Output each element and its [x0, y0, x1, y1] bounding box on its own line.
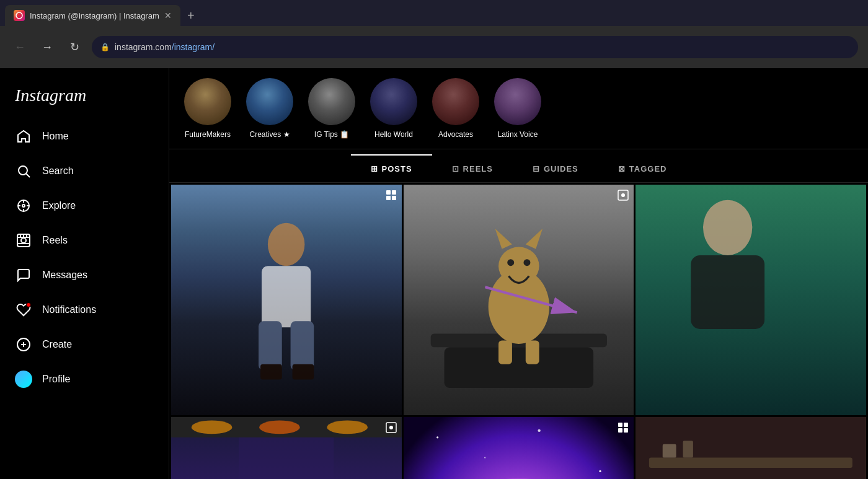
main-content: FutureMakers Creatives ★ IG Tips 📋 Hello… [169, 68, 868, 479]
app-logo: Instagram [7, 78, 161, 120]
story-creatives[interactable]: Creatives ★ [246, 78, 293, 139]
url-path: /instagram/ [172, 42, 215, 52]
tab-guides[interactable]: ⊟ GUIDES [513, 154, 598, 182]
tab-close-button[interactable]: ✕ [164, 11, 172, 20]
svg-point-49 [327, 420, 368, 434]
svg-rect-66 [618, 428, 622, 433]
reels-label: Reels [42, 235, 68, 246]
svg-point-36 [523, 259, 530, 266]
active-tab[interactable]: Instagram (@instagram) | Instagram ✕ [5, 5, 180, 26]
content-tabs: ⊞ POSTS ⊡ REELS ⊟ GUIDES ⊠ TAGGED [169, 154, 868, 183]
story-label-advocates: Advocates [438, 130, 473, 139]
svg-point-48 [259, 420, 300, 434]
post-3[interactable] [636, 185, 866, 415]
sidebar-item-search[interactable]: Search [7, 155, 161, 187]
story-igtips[interactable]: IG Tips 📋 [308, 78, 355, 139]
story-latinx[interactable]: Latinx Voice [494, 78, 541, 139]
svg-point-55 [436, 436, 438, 438]
story-circle-creatives [246, 78, 293, 125]
posts-tab-label: POSTS [382, 164, 412, 174]
guides-tab-icon: ⊟ [533, 164, 540, 174]
reels-icon [15, 232, 32, 249]
svg-point-1 [19, 166, 27, 175]
svg-rect-54 [404, 417, 634, 479]
svg-rect-21 [259, 322, 282, 371]
messages-icon [15, 266, 32, 284]
story-advocates[interactable]: Advocates [432, 78, 479, 139]
svg-rect-69 [649, 457, 852, 467]
svg-rect-64 [618, 423, 622, 427]
sidebar-item-notifications[interactable]: Notifications [7, 294, 161, 326]
story-helloworld[interactable]: Hello World [370, 78, 417, 139]
messages-label: Messages [42, 270, 87, 281]
story-label-helloworld: Hello World [374, 130, 413, 139]
tab-reels[interactable]: ⊡ REELS [432, 154, 513, 182]
svg-point-53 [389, 426, 393, 429]
story-circle-futuremakers [184, 78, 231, 125]
svg-point-19 [268, 223, 304, 266]
tab-title: Instagram (@instagram) | Instagram [30, 11, 159, 20]
svg-rect-28 [392, 196, 396, 200]
url-display: instagram.com/instagram/ [115, 42, 215, 52]
post-1-image [171, 185, 402, 415]
tab-favicon [14, 10, 25, 21]
svg-rect-67 [624, 428, 628, 433]
post-6[interactable] [636, 417, 866, 479]
post-1[interactable] [171, 185, 402, 415]
svg-point-43 [703, 200, 752, 255]
lock-icon: 🔒 [100, 43, 110, 51]
story-label-creatives: Creatives ★ [249, 130, 290, 139]
reels-tab-label: REELS [463, 164, 493, 174]
tab-posts[interactable]: ⊞ POSTS [351, 154, 432, 182]
forward-button[interactable]: → [37, 37, 57, 57]
sidebar-item-messages[interactable]: Messages [7, 259, 161, 291]
create-label: Create [42, 339, 72, 350]
svg-rect-27 [386, 196, 391, 200]
post-4-video-icon [386, 422, 397, 436]
story-circle-advocates [432, 78, 479, 125]
posts-grid [169, 183, 868, 479]
svg-point-10 [21, 238, 26, 243]
tagged-tab-label: TAGGED [629, 164, 667, 174]
tab-tagged[interactable]: ⊠ TAGGED [598, 154, 687, 182]
story-circle-helloworld [370, 78, 417, 125]
search-icon [15, 162, 32, 180]
reels-tab-icon: ⊡ [452, 164, 459, 174]
post-2[interactable] [404, 185, 634, 415]
create-icon [15, 336, 32, 353]
post-6-image [636, 417, 866, 479]
svg-rect-22 [291, 322, 314, 371]
sidebar-item-reels[interactable]: Reels [7, 224, 161, 257]
post-1-carousel-icon [386, 190, 397, 204]
sidebar: Instagram Home Search Explore [0, 68, 169, 479]
svg-rect-25 [386, 190, 391, 195]
svg-marker-34 [525, 229, 542, 249]
notification-dot [26, 302, 31, 307]
browser-chrome: Instagram (@instagram) | Instagram ✕ + ←… [0, 0, 868, 68]
post-5-image [404, 417, 634, 479]
story-futuremakers[interactable]: FutureMakers [184, 78, 231, 139]
home-icon [15, 128, 32, 145]
sidebar-item-explore[interactable]: Explore [7, 190, 161, 222]
back-button[interactable]: ← [10, 37, 30, 57]
story-circle-latinx [494, 78, 541, 125]
post-5[interactable] [404, 417, 634, 479]
sidebar-item-home[interactable]: Home [7, 120, 161, 152]
svg-rect-24 [293, 364, 314, 380]
svg-rect-20 [262, 266, 311, 327]
reload-button[interactable]: ↻ [64, 37, 84, 57]
sidebar-item-profile[interactable]: Profile [7, 363, 161, 395]
notifications-icon [15, 301, 32, 319]
svg-rect-44 [691, 255, 765, 329]
svg-point-4 [22, 204, 25, 207]
story-label-igtips: IG Tips 📋 [314, 130, 349, 139]
post-4[interactable] [171, 417, 402, 479]
svg-rect-72 [663, 444, 676, 457]
new-tab-button[interactable]: + [180, 5, 202, 26]
stories-row: FutureMakers Creatives ★ IG Tips 📋 Hello… [169, 68, 868, 149]
sidebar-item-create[interactable]: Create [7, 328, 161, 361]
tagged-tab-icon: ⊠ [618, 164, 626, 174]
profile-avatar-icon [15, 371, 32, 388]
svg-rect-26 [392, 190, 396, 195]
url-bar[interactable]: 🔒 instagram.com/instagram/ [92, 36, 858, 58]
